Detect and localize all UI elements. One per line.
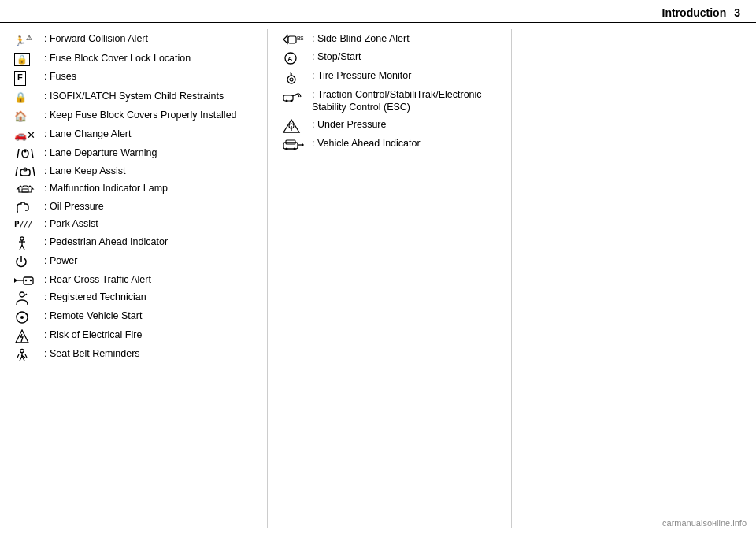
entry-label: : Pedestrian Ahead Indicator	[44, 235, 259, 250]
entry-label: : Oil Pressure	[44, 200, 259, 214]
svg-rect-6	[20, 169, 30, 176]
list-item: : Vehicle Ahead Indicator	[282, 137, 503, 151]
entry-label: : Forward Collision Alert	[44, 32, 259, 46]
footer-watermark: carmanualsонline.info	[662, 518, 747, 528]
svg-text:A: A	[287, 55, 293, 63]
entry-icon: F	[14, 70, 44, 85]
left-column: 🏃⚠ : Forward Collision Alert 🔒 : Fuse Bl…	[0, 29, 268, 528]
entry-icon: B S	[282, 32, 312, 46]
entry-label: : Seat Belt Reminders	[44, 347, 259, 362]
svg-line-12	[20, 245, 22, 250]
list-item: : Power	[14, 254, 259, 269]
entry-label: : Traction Control/StabiliTrak/Electroni…	[312, 88, 503, 115]
entry-icon: 🏃⚠	[14, 32, 44, 48]
chapter-title: Introduction	[662, 6, 727, 19]
svg-line-5	[33, 167, 35, 176]
list-item: : Traction Control/StabiliTrak/Electroni…	[282, 88, 503, 115]
entry-icon	[14, 328, 44, 343]
svg-point-33	[287, 76, 295, 83]
entry-icon	[14, 182, 44, 195]
list-item: 🚗✕ : Lane Change Alert	[14, 128, 259, 143]
list-item: : Lane Departure Warning	[14, 146, 259, 161]
list-item: : Seat Belt Reminders	[14, 347, 259, 362]
entry-icon	[14, 347, 44, 362]
svg-point-45	[286, 148, 288, 150]
list-item: 🔒 : Fuse Block Cover Lock Location	[14, 52, 259, 66]
entry-icon: !	[282, 69, 312, 84]
entry-label: : Registered Technician	[44, 291, 259, 305]
entry-label: : Under Pressure	[312, 118, 503, 132]
entry-icon	[282, 137, 312, 150]
svg-point-3	[24, 150, 27, 153]
list-item: 🏃⚠ : Forward Collision Alert	[14, 32, 259, 48]
svg-point-19	[30, 279, 32, 280]
entry-label: : ISOFIX/LATCH System Child Restraints	[44, 90, 259, 104]
svg-line-0	[17, 149, 19, 158]
entry-label: : Side Blind Zone Alert	[312, 32, 503, 46]
list-item: P/// : Park Assist	[14, 217, 259, 232]
list-item: : Risk of Electrical Fire	[14, 328, 259, 343]
list-item: : Malfunction Indicator Lamp	[14, 182, 259, 196]
list-item: B S : Side Blind Zone Alert	[282, 32, 503, 46]
svg-point-9	[20, 236, 24, 239]
svg-line-13	[22, 245, 24, 250]
list-item: : Rear Cross Traffic Alert	[14, 273, 259, 287]
entry-label: : Fuse Block Cover Lock Location	[44, 52, 259, 66]
entry-label: : Remote Vehicle Start	[44, 310, 259, 324]
entry-icon: 🚗✕	[14, 128, 44, 143]
entry-icon	[14, 165, 44, 178]
entry-label: : Park Assist	[44, 217, 259, 232]
svg-line-4	[16, 167, 17, 176]
entry-icon	[14, 310, 44, 324]
entry-icon	[14, 200, 44, 213]
entry-label: : Risk of Electrical Fire	[44, 328, 259, 343]
entry-label: : Vehicle Ahead Indicator	[312, 137, 503, 151]
svg-rect-28	[288, 36, 296, 43]
entry-icon	[14, 273, 44, 287]
list-item: F : Fuses	[14, 70, 259, 85]
content-area: 🏃⚠ : Forward Collision Alert 🔒 : Fuse Bl…	[0, 23, 756, 528]
entry-label: : Lane Keep Assist	[44, 165, 259, 179]
svg-point-25	[20, 349, 24, 352]
svg-marker-15	[14, 278, 17, 283]
svg-point-23	[20, 316, 24, 319]
entry-icon: 🔒	[14, 52, 44, 66]
svg-point-18	[25, 279, 27, 280]
page-header: Introduction 3	[0, 0, 756, 23]
right-column: B S : Side Blind Zone Alert A : Stop/Sta…	[268, 29, 512, 528]
svg-text:!: !	[290, 72, 291, 77]
list-item: : Remote Vehicle Start	[14, 310, 259, 324]
svg-point-46	[294, 148, 296, 150]
entry-icon	[282, 88, 312, 103]
entry-icon	[282, 118, 312, 133]
entry-icon: 🏠	[14, 109, 44, 124]
entry-icon	[14, 254, 44, 269]
list-item: 🔒 : ISOFIX/LATCH System Child Restraints	[14, 90, 259, 105]
svg-rect-17	[24, 277, 33, 284]
svg-point-39	[291, 99, 293, 102]
entry-label: : Lane Departure Warning	[44, 146, 259, 161]
svg-text:S: S	[300, 35, 304, 41]
entry-label: : Keep Fuse Block Covers Properly Instal…	[44, 109, 259, 122]
svg-line-1	[32, 149, 33, 158]
svg-point-38	[286, 99, 288, 102]
empty-column	[512, 29, 756, 528]
entry-label: : Tire Pressure Monitor	[312, 69, 503, 83]
list-item: A : Stop/Start	[282, 50, 503, 65]
list-item: : Registered Technician	[14, 291, 259, 306]
entry-label: : Stop/Start	[312, 50, 503, 65]
entry-icon	[14, 235, 44, 250]
list-item: : Oil Pressure	[14, 200, 259, 214]
entry-label: : Lane Change Alert	[44, 128, 259, 142]
svg-point-34	[290, 78, 293, 81]
entry-label: : Fuses	[44, 70, 259, 84]
page-number: 3	[734, 6, 740, 19]
entry-icon	[14, 146, 44, 160]
list-item: ! : Tire Pressure Monitor	[282, 69, 503, 84]
entry-icon	[14, 291, 44, 306]
list-item: : Under Pressure	[282, 118, 503, 133]
list-item: : Pedestrian Ahead Indicator	[14, 235, 259, 250]
entry-label: : Power	[44, 254, 259, 269]
svg-marker-27	[284, 35, 287, 43]
entry-icon: 🔒	[14, 90, 44, 105]
